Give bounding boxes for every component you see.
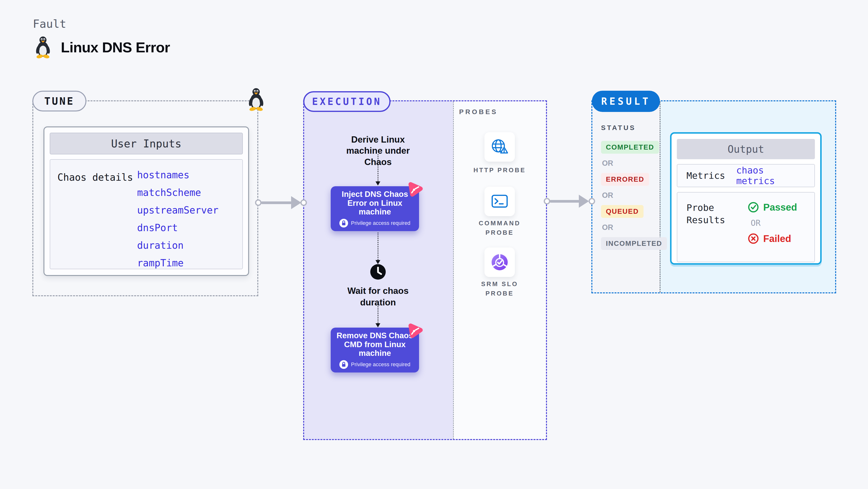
- or-separator: OR: [748, 218, 797, 228]
- output-card: Output Metrics chaos metrics Probe Resul…: [670, 132, 822, 265]
- status-badge-completed: COMPLETED: [601, 141, 659, 154]
- status-badge-queued: QUEUED: [601, 205, 644, 218]
- or-separator: OR: [601, 223, 613, 232]
- chaos-metrics-link[interactable]: chaos metrics: [736, 165, 805, 186]
- status-label: STATUS: [601, 124, 636, 132]
- chaos-experiment-icon: [406, 181, 424, 199]
- connector-inject-wait: [377, 233, 378, 260]
- metrics-row: Metrics chaos metrics: [677, 164, 815, 187]
- passed-row: Passed: [748, 202, 797, 213]
- remove-node-title: Remove DNS Chaos CMD from Linux machine: [336, 331, 413, 358]
- srm-slo-probe-card: [485, 248, 515, 277]
- connector-derive-inject: [377, 154, 378, 182]
- fault-eyebrow: Fault: [33, 18, 66, 30]
- x-circle-icon: [748, 233, 759, 244]
- execution-badge: EXECUTION: [303, 91, 391, 112]
- failed-row: Failed: [748, 233, 797, 244]
- check-circle-icon: [748, 202, 759, 213]
- command-probe-card: [485, 187, 515, 216]
- linux-tux-icon: [34, 36, 52, 59]
- input-upstreamserver: upstreamServer: [137, 204, 218, 216]
- input-ramptime: rampTime: [137, 257, 218, 268]
- user-inputs-header: User Inputs: [50, 133, 243, 154]
- wait-step-label: Wait for chaos duration: [347, 285, 409, 308]
- status-badge-incompleted: INCOMPLETED: [601, 237, 667, 250]
- chaos-details-label: Chaos details: [57, 169, 137, 259]
- chaos-experiment-icon: [406, 322, 424, 340]
- or-separator: OR: [601, 159, 613, 168]
- connector-arrowhead: [376, 260, 380, 264]
- srm-slo-probe-label: SRM SLO PROBE: [471, 280, 529, 298]
- remove-node-note: Privilege access required: [339, 360, 410, 369]
- or-separator: OR: [601, 191, 613, 200]
- chaos-inputs-list: hostnames matchScheme upstreamServer dns…: [137, 169, 218, 259]
- probe-results-label: Probe Results: [686, 202, 748, 253]
- fault-diagram: Fault Linux DNS Error TUNE User Inputs C…: [0, 0, 868, 489]
- http-probe-label: HTTP PROBE: [471, 165, 529, 175]
- linux-tux-icon-small: [247, 87, 266, 111]
- lock-icon: [339, 219, 348, 227]
- inject-dns-chaos-node: Inject DNS Chaos Error on Linux machine …: [331, 186, 419, 231]
- status-list: COMPLETED OR ERRORED OR QUEUED OR INCOMP…: [601, 141, 667, 250]
- status-badge-errored: ERRORED: [601, 173, 649, 186]
- input-dnsport: dnsPort: [137, 222, 218, 233]
- remove-dns-chaos-node: Remove DNS Chaos CMD from Linux machine …: [331, 328, 419, 372]
- tune-badge: TUNE: [32, 91, 86, 111]
- globe-warning-icon: [491, 138, 509, 155]
- inject-node-title: Inject DNS Chaos Error on Linux machine: [336, 190, 413, 217]
- output-header: Output: [677, 139, 815, 159]
- result-badge: RESULT: [592, 91, 660, 112]
- metrics-label: Metrics: [686, 170, 736, 181]
- connector-arrowhead: [376, 323, 380, 327]
- execution-output-port: [544, 198, 550, 204]
- execution-input-port: [301, 199, 307, 206]
- connector-arrowhead: [376, 182, 380, 186]
- probe-results-values: Passed OR Failed: [748, 202, 797, 253]
- probes-label: PROBES: [459, 108, 498, 116]
- connector-wait-remove: [377, 306, 378, 323]
- terminal-icon: [491, 194, 508, 209]
- input-hostnames: hostnames: [137, 169, 218, 181]
- http-probe-card: [485, 132, 515, 162]
- user-inputs-body: Chaos details hostnames matchScheme upst…: [50, 159, 243, 269]
- donut-check-icon: [491, 253, 509, 271]
- page-title: Linux DNS Error: [61, 39, 170, 56]
- tune-output-port: [255, 199, 262, 206]
- command-probe-label: COMMAND PROBE: [471, 219, 529, 237]
- user-inputs-card: User Inputs Chaos details hostnames matc…: [43, 126, 249, 276]
- result-input-port: [589, 198, 595, 204]
- probe-results-row: Probe Results Passed OR Failed: [677, 192, 815, 262]
- lock-icon: [339, 360, 348, 369]
- wait-clock-icon: [370, 264, 386, 280]
- input-duration: duration: [137, 240, 218, 251]
- input-matchscheme: matchScheme: [137, 187, 218, 198]
- inject-node-note: Privilege access required: [339, 219, 410, 227]
